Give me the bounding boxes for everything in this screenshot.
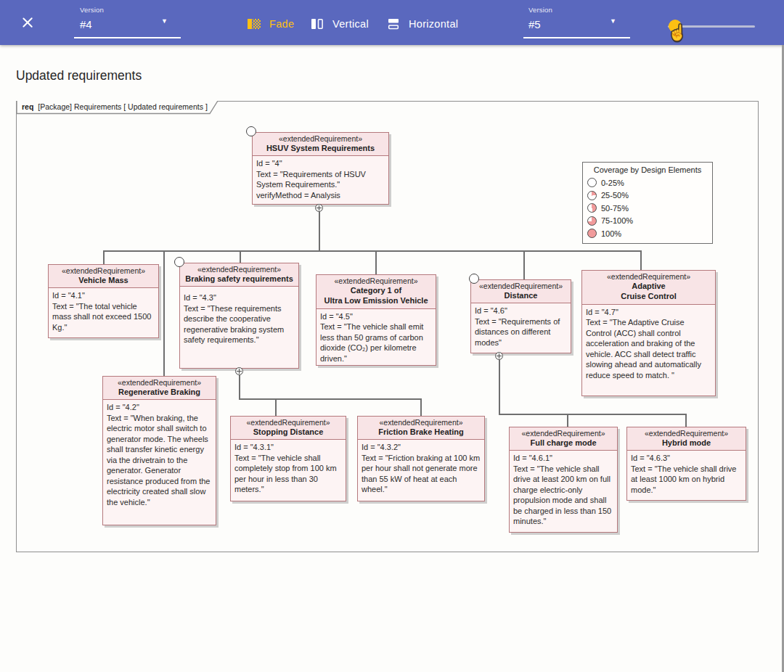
connector-line: [567, 414, 568, 427]
attr-line: Text = "Requirements of distances on dif…: [475, 316, 567, 348]
attr-line: Id = "4.3.1": [234, 442, 342, 453]
legend-item: 25-50%: [587, 189, 708, 202]
stereotype: «extendedRequirement»: [182, 265, 296, 274]
node-title: Full charge mode: [512, 438, 615, 448]
stereotype: «extendedRequirement»: [233, 418, 343, 427]
vertical-mode-button[interactable]: Vertical: [311, 15, 369, 33]
attr-line: Text = "The vehicle shall completely sto…: [234, 453, 342, 495]
stereotype: «extendedRequirement»: [105, 378, 213, 387]
pie-75-100-icon: [587, 216, 597, 226]
version-left-dropdown[interactable]: Version #4: [80, 6, 104, 39]
version-left-value: #4: [80, 18, 104, 30]
legend-item: 50-75%: [587, 202, 708, 215]
version-right-label: Version: [528, 6, 552, 14]
connector-line: [240, 250, 241, 263]
req-node-adaptive-cruise-control[interactable]: «extendedRequirement» Adaptive Cruise Co…: [581, 270, 716, 396]
chevron-down-icon[interactable]: ▼: [161, 17, 168, 25]
attr-line: Text = "The Adaptive Cruise Control (ACC…: [586, 317, 711, 380]
attr-line: Text = "Friction braking at 100 km per h…: [362, 453, 481, 495]
node-title: Category 1 of Ultra Low Emission Vehicle: [319, 285, 433, 306]
version-left-underline: [74, 37, 181, 38]
version-right-dropdown[interactable]: Version #5: [528, 6, 552, 39]
connector-line: [685, 414, 687, 427]
frame-header-text: [Package] Requirements [ Updated require…: [38, 102, 207, 111]
attr-line: Text = "The vehicle shall drive at least…: [631, 464, 742, 496]
coverage-legend: Coverage by Design Elements 0-25% 25-50%…: [582, 162, 713, 244]
page-title: Updated requirements: [16, 68, 142, 83]
vertical-split-icon: [311, 17, 324, 30]
req-node-full-charge-mode[interactable]: «extendedRequirement» Full charge mode I…: [509, 427, 618, 533]
fade-icon: [248, 17, 261, 30]
node-title: Stopping Distance: [233, 427, 343, 437]
req-node-regenerative-braking[interactable]: «extendedRequirement» Regenerative Braki…: [102, 376, 216, 525]
connector-line: [420, 398, 422, 417]
legend-item: 75-100%: [587, 215, 708, 228]
attr-line: Id = "4.6.3": [631, 453, 742, 464]
pie-0-25-icon: [587, 178, 597, 187]
stereotype: «extendedRequirement»: [255, 134, 386, 143]
node-title: Distance: [473, 290, 568, 300]
version-left-label: Version: [80, 6, 104, 14]
stereotype: «extendedRequirement»: [51, 266, 156, 275]
req-node-friction-brake-heating[interactable]: «extendedRequirement» Friction Brake Hea…: [357, 416, 485, 501]
vertical-label: Vertical: [332, 18, 369, 30]
attr-line: Text = "When braking, the electric motor…: [107, 413, 212, 508]
connector-line: [499, 414, 686, 415]
attr-line: Id = "4.6": [475, 306, 567, 316]
horizontal-mode-button[interactable]: Horizontal: [387, 15, 458, 33]
coverage-indicator-0-25: [174, 257, 184, 267]
req-node-vehicle-mass[interactable]: «extendedRequirement» Vehicle Mass Id = …: [48, 264, 159, 338]
pie-25-50-icon: [587, 191, 597, 200]
coverage-indicator-0-25: [469, 274, 479, 284]
app-window: Version #4 ▼ Fade Vertical: [0, 0, 784, 672]
attr-line: Id = "4.1": [52, 290, 155, 301]
attr-line: Id = "4.2": [107, 402, 212, 413]
req-node-category-1-ultra-low-emission[interactable]: «extendedRequirement» Category 1 of Ultr…: [316, 274, 436, 366]
version-right-underline: [523, 37, 630, 38]
attr-line: Id = "4.6.1": [513, 453, 613, 464]
req-node-hybrid-mode[interactable]: «extendedRequirement» Hybrid mode Id = "…: [626, 427, 746, 501]
diagram-frame-tab: req[Package] Requirements [ Updated requ…: [16, 101, 221, 115]
attr-line: Text = "These requirements describe the …: [184, 303, 295, 345]
attr-line: Text = "The vehicle shall drive at least…: [513, 464, 613, 527]
connector-line: [640, 250, 642, 271]
attr-line: Id = "4.3": [184, 292, 295, 303]
legend-item: 0-25%: [587, 176, 708, 189]
node-title: Friction Brake Heating: [360, 427, 482, 437]
connector-line: [319, 208, 320, 250]
attr-line: Text = "Requirements of HSUV System Requ…: [256, 169, 385, 190]
stereotype: «extendedRequirement»: [319, 276, 433, 285]
horizontal-label: Horizontal: [409, 18, 458, 30]
compare-toolbar: Version #4 ▼ Fade Vertical: [0, 0, 784, 45]
attr-line: verifyMethod = Analysis: [256, 190, 385, 201]
node-title: Hybrid mode: [629, 438, 743, 448]
close-icon[interactable]: [20, 15, 35, 30]
containment-icon: [495, 352, 503, 360]
legend-item: 100%: [587, 227, 708, 240]
containment-icon: [235, 367, 243, 375]
req-node-stopping-distance[interactable]: «extendedRequirement» Stopping Distance …: [230, 416, 346, 501]
node-title: Regenerative Braking: [105, 387, 213, 397]
req-node-distance[interactable]: «extendedRequirement» Distance Id = "4.6…: [470, 279, 571, 353]
attr-line: Id = "4.3.2": [362, 442, 481, 453]
hand-pointer-cursor-icon: ☝: [668, 24, 687, 41]
coverage-indicator-0-25: [246, 126, 256, 136]
stereotype: «extendedRequirement»: [512, 429, 615, 438]
fade-mode-button[interactable]: Fade: [248, 15, 294, 33]
req-node-braking-safety-requirements[interactable]: «extendedRequirement» Braking safety req…: [179, 263, 299, 369]
req-node-hsuv-system-requirements[interactable]: «extendedRequirement» HSUV System Requir…: [252, 132, 389, 205]
fade-label: Fade: [269, 18, 294, 30]
frame-keyword: req: [22, 102, 33, 111]
version-right-value: #5: [528, 18, 552, 30]
attr-line: Id = "4": [256, 158, 385, 169]
stereotype: «extendedRequirement»: [584, 272, 713, 281]
pie-100-icon: [587, 229, 597, 238]
chevron-down-icon[interactable]: ▼: [610, 17, 616, 25]
attr-line: Id = "4.5": [320, 311, 432, 322]
node-title: Adaptive Cruise Control: [584, 281, 713, 302]
stereotype: «extendedRequirement»: [473, 282, 568, 290]
connector-line: [275, 398, 277, 417]
connector-line: [103, 250, 105, 264]
horizontal-split-icon: [387, 17, 400, 30]
connector-line: [163, 250, 165, 377]
